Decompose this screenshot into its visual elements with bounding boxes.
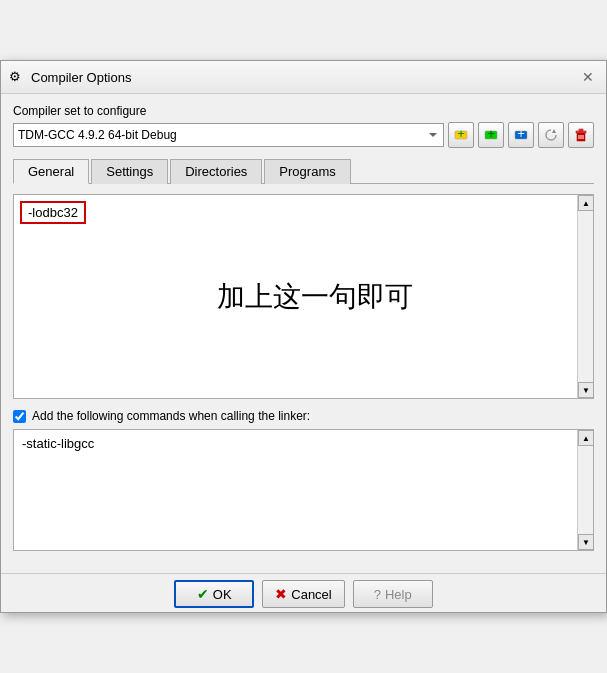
ok-icon: ✔ <box>197 586 209 602</box>
compiler-options-dialog: ⚙ Compiler Options ✕ Compiler set to con… <box>0 60 607 613</box>
rename-set-icon: + <box>513 127 529 143</box>
tab-general[interactable]: General <box>13 159 89 184</box>
delete-set-icon <box>573 127 589 143</box>
help-label: Help <box>385 587 412 602</box>
linker-checkbox-label: Add the following commands when calling … <box>32 409 310 423</box>
highlighted-entry: -lodbc32 <box>20 201 86 224</box>
linker-commands-textarea[interactable] <box>14 430 577 550</box>
linker-commands-scrollbar: ▲ ▼ <box>577 430 593 550</box>
delete-set-button[interactable] <box>568 122 594 148</box>
linker-checkbox[interactable] <box>13 410 26 423</box>
svg-rect-8 <box>576 131 586 133</box>
title-bar-left: ⚙ Compiler Options <box>9 69 131 85</box>
help-button[interactable]: ? Help <box>353 580 433 608</box>
svg-marker-6 <box>552 129 556 133</box>
scroll-down-arrow[interactable]: ▼ <box>578 382 594 398</box>
compiler-select[interactable]: TDM-GCC 4.9.2 64-bit DebugTDM-GCC 4.9.2 … <box>13 123 444 147</box>
scroll-up-arrow[interactable]: ▲ <box>578 195 594 211</box>
linker-scroll-down[interactable]: ▼ <box>578 534 594 550</box>
copy-set-button[interactable]: + <box>478 122 504 148</box>
tab-directories[interactable]: Directories <box>170 159 262 184</box>
help-icon: ? <box>374 587 381 602</box>
linker-checkbox-row: Add the following commands when calling … <box>13 409 594 423</box>
svg-rect-9 <box>579 129 583 131</box>
scroll-track <box>578 211 593 382</box>
compiler-flags-scrollbar: ▲ ▼ <box>577 195 593 398</box>
linker-scroll-up[interactable]: ▲ <box>578 430 594 446</box>
copy-set-icon: + <box>483 127 499 143</box>
reset-set-button[interactable] <box>538 122 564 148</box>
add-set-button[interactable]: + <box>448 122 474 148</box>
compiler-flags-scroll-container: -lodbc32 加上这一句即可 ▲ ▼ <box>14 195 593 398</box>
reset-set-icon <box>543 127 559 143</box>
rename-set-button[interactable]: + <box>508 122 534 148</box>
dialog-title: Compiler Options <box>31 70 131 85</box>
cancel-button[interactable]: ✖ Cancel <box>262 580 344 608</box>
close-button[interactable]: ✕ <box>578 67 598 87</box>
tab-bar: General Settings Directories Programs <box>13 158 594 184</box>
svg-text:+: + <box>457 127 465 141</box>
ok-button[interactable]: ✔ OK <box>174 580 254 608</box>
dialog-body: Compiler set to configure TDM-GCC 4.9.2 … <box>1 94 606 573</box>
ok-label: OK <box>213 587 232 602</box>
tab-settings[interactable]: Settings <box>91 159 168 184</box>
linker-commands-scroll-container: ▲ ▼ <box>14 430 593 550</box>
linker-commands-area: ▲ ▼ <box>13 429 594 551</box>
svg-text:+: + <box>517 127 525 141</box>
compiler-set-label: Compiler set to configure <box>13 104 594 118</box>
tab-programs[interactable]: Programs <box>264 159 350 184</box>
cancel-label: Cancel <box>291 587 331 602</box>
dialog-icon: ⚙ <box>9 69 25 85</box>
cancel-icon: ✖ <box>275 586 287 602</box>
linker-scroll-track <box>578 446 593 534</box>
compiler-flags-content: -lodbc32 加上这一句即可 <box>14 195 577 398</box>
compiler-flags-area: -lodbc32 加上这一句即可 ▲ ▼ <box>13 194 594 399</box>
svg-text:+: + <box>487 127 495 141</box>
title-bar: ⚙ Compiler Options ✕ <box>1 61 606 94</box>
compiler-flags-textarea[interactable] <box>14 195 577 395</box>
footer-buttons: ✔ OK ✖ Cancel ? Help <box>1 573 606 612</box>
compiler-set-row: TDM-GCC 4.9.2 64-bit DebugTDM-GCC 4.9.2 … <box>13 122 594 148</box>
add-set-icon: + <box>453 127 469 143</box>
